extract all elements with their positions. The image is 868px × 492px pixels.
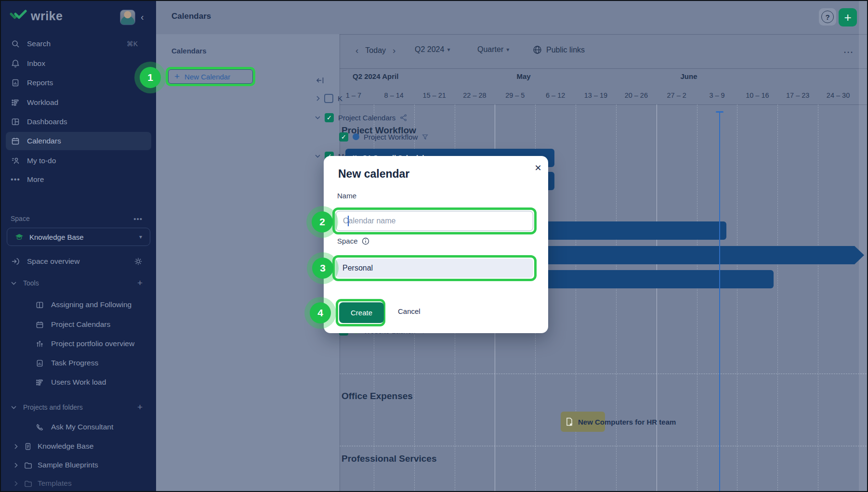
week-label: 17 – 23 — [777, 87, 818, 104]
step-badge-4: 4 — [304, 297, 336, 329]
projects-section-header[interactable]: Projects and folders + — [1, 398, 156, 417]
help-button[interactable]: ? — [819, 8, 836, 26]
avatar[interactable] — [120, 10, 135, 25]
chevron-right-icon — [13, 481, 18, 486]
step-badge-1: 1 — [134, 62, 166, 93]
collapse-panel-icon[interactable] — [316, 77, 324, 84]
report-icon — [35, 359, 44, 367]
week-header-row: 1 – 7 8 – 14 15 – 21 22 – 28 29 – 5 6 – … — [333, 87, 858, 104]
sidebar-item-my-todo[interactable]: My to-do — [1, 151, 156, 170]
sidebar-item-inbox[interactable]: Inbox — [1, 54, 156, 73]
space-select[interactable]: Personal — [336, 259, 533, 278]
sidebar-item-sample-blueprints[interactable]: Sample Blueprints — [1, 455, 156, 475]
create-button-highlight-ring: Create — [336, 299, 385, 326]
public-links-button[interactable]: Public links — [533, 45, 585, 54]
workload-icon — [11, 98, 20, 107]
next-period-button[interactable]: › — [393, 45, 395, 56]
sidebar-item-space-overview[interactable]: Space overview — [1, 252, 156, 271]
sidebar-item-task-progress[interactable]: Task Progress — [1, 353, 156, 373]
add-tool-icon[interactable]: + — [137, 278, 143, 288]
gantt-section-professional-services: Professional Services — [342, 453, 437, 464]
close-icon[interactable]: ✕ — [532, 162, 544, 174]
new-calendar-button[interactable]: + New Calendar — [168, 69, 253, 84]
collapse-sidebar-icon[interactable]: ‹ — [141, 12, 144, 23]
calendar-color-dot — [353, 133, 359, 140]
sidebar-item-templates[interactable]: Templates — [1, 474, 156, 492]
question-icon: ? — [821, 11, 834, 23]
calendar-icon — [11, 137, 20, 145]
tree-row-k[interactable]: K — [156, 89, 342, 108]
timeline-scroll-strip[interactable] — [859, 1, 868, 492]
sidebar-item-dashboards[interactable]: Dashboards — [1, 112, 156, 131]
section-separator — [340, 446, 868, 446]
week-label: 27 – 2 — [657, 87, 697, 104]
add-project-icon[interactable]: + — [137, 402, 143, 413]
sidebar-item-search[interactable]: Search ⌘K — [1, 34, 156, 53]
bell-icon — [11, 59, 20, 68]
more-dots-icon: ••• — [11, 175, 20, 184]
sidebar-item-more[interactable]: ••• More — [1, 170, 156, 189]
sidebar-item-users-workload[interactable]: Users Work load — [1, 373, 156, 392]
panel-title: Calendars — [171, 47, 207, 55]
create-button[interactable]: Create — [339, 302, 384, 323]
workload-icon — [35, 378, 44, 387]
plus-icon: + — [174, 71, 180, 82]
checkbox-icon[interactable]: ✓ — [339, 132, 348, 142]
search-shortcut: ⌘K — [127, 40, 138, 48]
week-label: 15 – 21 — [414, 87, 455, 104]
date-range-dropdown[interactable]: Q2 2024▾ — [415, 45, 450, 54]
space-select-highlight-ring: Personal — [332, 255, 537, 281]
chevron-down-icon[interactable] — [315, 155, 320, 158]
zoom-level-dropdown[interactable]: Quarter▾ — [477, 45, 509, 54]
timeline-more-button[interactable]: … — [843, 43, 854, 56]
tools-section-header[interactable]: Tools + — [1, 273, 156, 293]
filter-icon[interactable] — [422, 134, 428, 140]
space-field-label: Space — [337, 237, 369, 245]
month-label-april: Q2 2024 April — [353, 72, 398, 80]
sidebar-item-project-calendars[interactable]: Project Calendars — [1, 315, 156, 334]
chevron-right-icon[interactable] — [316, 96, 320, 101]
sidebar-item-calendars[interactable]: Calendars — [1, 131, 156, 151]
search-icon — [11, 39, 20, 48]
chevron-down-icon: ▾ — [506, 46, 509, 53]
graduation-cap-icon — [15, 233, 24, 241]
gear-icon[interactable] — [134, 257, 143, 266]
chevron-right-icon — [13, 444, 18, 449]
name-input-highlight-ring — [332, 207, 537, 234]
today-line-cap — [716, 111, 723, 113]
todo-person-icon — [11, 156, 20, 165]
task-label-new-computers[interactable]: New Computers for HR team — [578, 412, 676, 432]
globe-icon — [533, 45, 542, 54]
chevron-down-icon: ▾ — [447, 46, 450, 53]
cancel-button[interactable]: Cancel — [398, 307, 421, 315]
week-label: 3 – 9 — [697, 87, 737, 104]
text-caret — [348, 216, 349, 226]
gantt-section-office-expenses: Office Expenses — [342, 391, 413, 401]
today-button[interactable]: Today — [365, 46, 386, 55]
board-icon — [35, 301, 44, 309]
space-more-icon[interactable]: ••• — [133, 215, 143, 223]
sidebar-item-workload[interactable]: Workload — [1, 93, 156, 112]
share-icon[interactable] — [400, 114, 407, 121]
tree-row-project-calendars[interactable]: ✓ Project Calendars — [156, 108, 407, 127]
chevron-down-icon[interactable] — [315, 116, 320, 119]
dashboard-icon — [11, 117, 20, 126]
checkbox-icon[interactable]: ✓ — [325, 113, 334, 122]
tree-row-project-workflow[interactable]: ✓ Project Workflow — [156, 127, 428, 146]
space-selector[interactable]: Knowledge Base ▾ — [7, 228, 150, 246]
prev-period-button[interactable]: ‹ — [355, 45, 358, 56]
chevron-down-icon: ▾ — [139, 233, 142, 240]
sidebar-item-portfolio[interactable]: Project portfolio overview — [1, 334, 156, 353]
sidebar-item-knowledge-base[interactable]: Knowledge Base — [1, 437, 156, 456]
chevron-down-icon — [11, 282, 16, 285]
chevron-down-icon — [11, 406, 16, 409]
calendar-name-input[interactable] — [336, 211, 533, 231]
document-icon — [23, 442, 33, 451]
sidebar-item-assigning[interactable]: Assigning and Following — [1, 295, 156, 314]
new-calendar-highlight-ring: + New Calendar — [166, 67, 255, 86]
global-add-button[interactable]: + — [839, 8, 857, 26]
sidebar-item-reports[interactable]: Reports — [1, 73, 156, 92]
checkbox-icon[interactable] — [324, 94, 333, 103]
wrike-logo-icon — [10, 10, 27, 24]
sidebar-item-ask-consultant[interactable]: Ask My Consultant — [1, 417, 156, 437]
